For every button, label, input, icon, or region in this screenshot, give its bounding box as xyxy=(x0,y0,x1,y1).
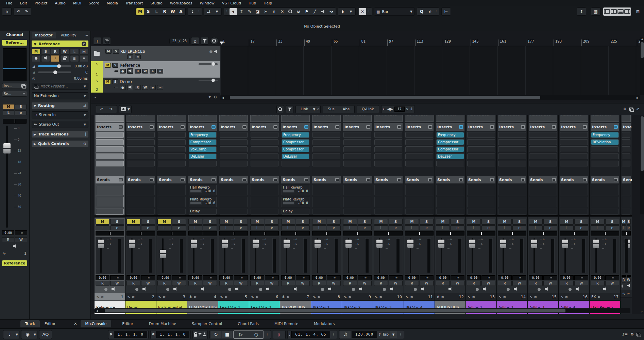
maximize-icon[interactable]: ⇗ xyxy=(636,107,639,111)
send-slot[interactable] xyxy=(591,197,619,207)
strip-solo-button[interactable]: S xyxy=(512,219,526,225)
insert-slot[interactable] xyxy=(467,161,495,166)
strip-read-button[interactable]: R xyxy=(622,277,626,282)
send-slot[interactable]: Hall Reverb-10.0 xyxy=(282,185,309,195)
folder-record-icon[interactable]: ● xyxy=(209,49,213,54)
insert-slot[interactable] xyxy=(405,139,433,145)
zone-splitter[interactable] xyxy=(125,215,156,218)
strip-read-button[interactable]: R xyxy=(219,281,233,286)
send-slot[interactable] xyxy=(220,209,248,215)
insert-slot[interactable] xyxy=(591,146,619,152)
insert-slot[interactable] xyxy=(251,132,278,138)
sends-rack-header[interactable]: Sends xyxy=(560,176,588,183)
rack-bypass-icon[interactable] xyxy=(490,125,494,129)
automation-l-button[interactable]: L xyxy=(153,8,160,15)
insert-slot[interactable] xyxy=(529,146,557,152)
strip-mute-button[interactable]: M xyxy=(374,219,388,225)
strip-listen-button[interactable]: L xyxy=(560,225,574,230)
record-enable-icon[interactable] xyxy=(414,288,417,291)
insert-slot[interactable] xyxy=(529,132,557,138)
section-track-versions[interactable]: ▶ Track Versions ∥ xyxy=(32,131,88,137)
insert-plugin-name[interactable]: Frequency xyxy=(189,132,216,137)
menu-window[interactable]: Window xyxy=(196,0,218,6)
inserts-rack-header[interactable]: Inserts xyxy=(343,123,372,131)
strip-write-button[interactable]: W xyxy=(512,281,526,286)
inspector-listen-button[interactable]: L xyxy=(70,49,79,54)
zone-splitter[interactable] xyxy=(590,215,620,218)
edit-channel-icon[interactable]: e xyxy=(82,42,86,46)
insert-slot[interactable] xyxy=(189,161,217,166)
strip-listen-button[interactable]: L xyxy=(126,225,140,230)
send-slot[interactable] xyxy=(560,197,588,207)
channel-number-row[interactable]: ∿∞8 xyxy=(311,293,342,301)
punch-in-icon[interactable]: ◗ xyxy=(274,331,284,338)
channel-name-label[interactable]: Reference xyxy=(2,260,27,266)
inserts-rack-header[interactable]: Inserts xyxy=(374,123,403,131)
strip-fader-value[interactable]: 0.00 xyxy=(312,275,326,280)
abs-button[interactable]: Abs xyxy=(339,106,353,112)
quantize-button[interactable]: Q xyxy=(418,8,425,15)
strip-fader-value[interactable] xyxy=(622,275,626,277)
insert-plugin-name[interactable]: DeEsser xyxy=(282,154,309,159)
insert-slot[interactable] xyxy=(622,146,630,152)
strip-mute-button[interactable]: M xyxy=(560,219,574,225)
insert-slot[interactable] xyxy=(498,153,526,159)
record-enable-icon[interactable]: ● xyxy=(120,85,126,90)
scissors-tool-icon[interactable]: ✂ xyxy=(262,8,270,15)
lock-icon[interactable] xyxy=(60,55,69,62)
channel-number-row[interactable]: ∿∞ xyxy=(621,290,632,297)
record-enable-icon[interactable] xyxy=(476,288,479,291)
zone-splitter[interactable] xyxy=(621,215,632,218)
fader-cap[interactable] xyxy=(129,240,135,248)
strip-peak-value[interactable]: -∞ xyxy=(296,275,310,280)
record-enable-icon[interactable] xyxy=(228,288,231,291)
performer-icon[interactable] xyxy=(203,333,206,336)
send-slot[interactable] xyxy=(96,185,124,195)
pan-value[interactable]: C xyxy=(73,70,88,74)
fader-cap[interactable] xyxy=(376,240,383,248)
color-menu-icon[interactable]: ◗ xyxy=(339,8,346,15)
strip-listen-button[interactable]: L xyxy=(188,225,202,230)
track-presets-select[interactable]: Track Presets... ▼ xyxy=(32,83,88,90)
zone-splitter[interactable] xyxy=(497,215,527,218)
snap-type-icon[interactable]: ⇄ xyxy=(205,8,213,15)
zone-splitter[interactable] xyxy=(156,215,187,218)
mixer-channel[interactable]: Stereo OutInsertsFrequencyCompressorComp… xyxy=(280,115,311,314)
link-arrow-icon[interactable]: ▼ xyxy=(313,108,315,111)
strip-mute-button[interactable]: M xyxy=(343,219,357,225)
strip-fader-value[interactable]: -6.00 xyxy=(157,275,171,280)
time-format-icon[interactable]: ♩ xyxy=(289,332,290,337)
strip-pan-control[interactable] xyxy=(312,231,341,236)
strip-edit-button[interactable]: e xyxy=(627,225,631,230)
mixer-horizontal-scrollbar[interactable]: ◀ xyxy=(95,308,630,313)
channel-edit-button[interactable]: e xyxy=(15,110,27,115)
strip-pan-control[interactable] xyxy=(343,231,372,236)
strip-peak-value[interactable]: -∞ xyxy=(512,275,526,280)
lower-zone-toggle-icon[interactable] xyxy=(617,9,624,14)
insert-slot[interactable] xyxy=(343,132,371,138)
scrollbar-thumb[interactable] xyxy=(641,42,644,58)
left-locator-value[interactable]: 1. 1. 1. 0 xyxy=(114,331,147,338)
automation-a-button[interactable]: A xyxy=(177,8,185,15)
send-slot[interactable] xyxy=(96,197,124,207)
insert-slot[interactable] xyxy=(312,153,340,159)
monitor-icon[interactable] xyxy=(390,287,394,292)
rack-bypass-icon[interactable] xyxy=(583,178,587,181)
right-zone-toggle-icon[interactable] xyxy=(624,9,630,14)
send-destination[interactable]: Delay xyxy=(190,209,215,213)
channel-count-value[interactable]: 17 xyxy=(394,107,405,112)
insert-slot[interactable]: DeEsser xyxy=(282,153,309,159)
send-slot[interactable] xyxy=(251,185,278,195)
track-checkbox[interactable] xyxy=(114,87,118,88)
strip-fader[interactable]: 05 xyxy=(219,237,248,274)
strip-write-button[interactable]: W xyxy=(203,281,217,286)
rack-bypass-icon[interactable] xyxy=(459,178,463,181)
strip-peak-value[interactable]: -∞ xyxy=(358,275,372,280)
edit-channel-icon[interactable]: e xyxy=(150,85,156,90)
mixer-channel[interactable]: LEAD VOX BUSInsertsSendsMSLe050.00-∞RW∿∞… xyxy=(249,115,280,314)
routing-slot[interactable]: BG VOX BUS xyxy=(405,115,434,122)
strip-listen-button[interactable]: L xyxy=(405,225,419,230)
insert-slot[interactable] xyxy=(127,132,155,138)
insert-slot[interactable] xyxy=(560,153,588,159)
strip-fader[interactable]: 05 xyxy=(622,237,631,274)
